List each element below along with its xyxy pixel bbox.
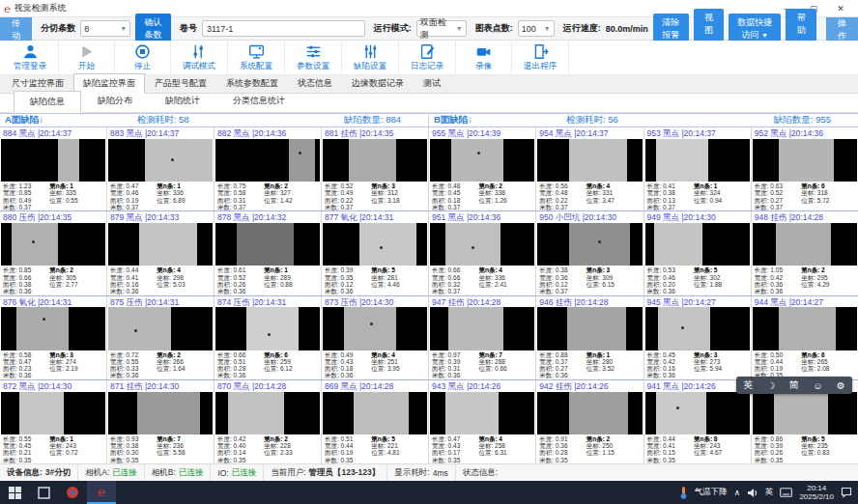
ime-settings-gear-icon[interactable]: ⚙ [837,380,845,391]
defect-thumbnail[interactable] [430,307,534,350]
defect-thumbnail[interactable] [1,392,105,434]
log-record-button[interactable]: 日志记录 [399,41,456,74]
ime-lang-toggle[interactable]: 英 [743,378,753,392]
tab-size-monitor[interactable]: 尺寸监控界面 [2,73,73,93]
exit-program-button[interactable]: 退出程序 [512,41,569,74]
ime-simplified-toggle[interactable]: 简 [789,378,799,392]
defect-cell[interactable]: 953 黑点 |20:14:37长度: 0.41宽度: 0.38面积: 0.13… [644,127,752,210]
defect-cell[interactable]: 877 氧化 |20:14:31长度: 0.39宽度: 0.35面积: 0.12… [322,211,428,294]
defect-thumbnail[interactable] [323,392,427,434]
taskbar-clock[interactable]: 20:142025/2/10 [799,484,834,501]
defect-cell[interactable]: 954 黑点 |20:14:37长度: 0.56宽度: 0.48面积: 0.22… [536,127,644,210]
defect-thumbnail[interactable] [1,223,105,266]
hidden-icons-chevron[interactable]: ∧ [734,488,740,497]
defect-thumbnail[interactable] [430,392,534,434]
defect-cell[interactable]: 880 压伤 |20:14:35长度: 0.85宽度: 0.66面积: 0.38… [0,211,107,294]
defect-thumbnail[interactable] [1,139,105,182]
data-quick-access-menu-button[interactable]: 数据快捷访问 ▼ [729,14,781,44]
slit-count-dropdown[interactable]: 8 ▼ [80,20,130,37]
defect-thumbnail[interactable] [323,223,427,266]
defect-thumbnail[interactable] [323,307,427,350]
confirm-count-button[interactable]: 确认条数 [135,14,171,44]
defect-thumbnail[interactable] [753,392,857,434]
defect-thumbnail[interactable] [108,223,213,266]
parameter-settings-button[interactable]: 参数设置 [285,41,342,74]
start-button[interactable] [0,481,29,504]
defect-cell[interactable]: 873 压伤 |20:14:30长度: 0.49宽度: 0.43面积: 0.18… [322,296,428,379]
defect-cell[interactable]: 942 挂伤 |20:14:26长度: 0.91宽度: 0.36面积: 0.28… [536,380,644,463]
defect-cell[interactable]: 948 挂伤 |20:14:28长度: 1.05宽度: 0.42面积: 0.36… [752,211,858,294]
defect-cell[interactable]: 870 黑点 |20:14:28长度: 0.42宽度: 0.40面积: 0.14… [214,380,322,463]
close-button[interactable]: ✕ [827,0,854,16]
defect-cell[interactable]: 881 挂伤 |20:14:35长度: 0.52宽度: 0.49面积: 0.22… [322,127,428,210]
ime-language-bar[interactable]: 英 ☽ 简 ☺ ⚙ [736,377,852,394]
start-button[interactable]: 开始 [59,41,115,74]
panel-b-title[interactable]: B面缺陷↓ [429,114,566,126]
defect-thumbnail[interactable] [108,307,213,350]
defect-thumbnail[interactable] [537,307,642,350]
taskbar-app-browser[interactable] [58,481,87,504]
defect-thumbnail[interactable] [1,307,105,350]
defect-cell[interactable]: 951 黑点 |20:14:36长度: 0.66宽度: 0.66面积: 0.32… [429,211,536,294]
defect-cell[interactable]: 949 黑点 |20:14:30长度: 0.53宽度: 0.46面积: 0.20… [644,211,752,294]
defect-thumbnail[interactable] [430,223,534,266]
defect-thumbnail[interactable] [108,139,213,182]
clear-alarm-button[interactable]: 清除报警 [653,14,689,44]
defect-thumbnail[interactable] [537,223,642,266]
thermometer-icon[interactable] [679,486,688,499]
defect-cell[interactable]: 875 压伤 |20:14:31长度: 0.72宽度: 0.55面积: 0.33… [107,296,214,379]
defect-cell[interactable]: 946 挂伤 |20:14:28长度: 0.88宽度: 0.37面积: 0.27… [536,296,644,379]
defect-thumbnail[interactable] [215,392,320,434]
weather-text[interactable]: 气温下降 [695,487,728,498]
defect-cell[interactable]: 883 黑点 |20:14:37长度: 0.47宽度: 0.46面积: 0.19… [107,127,214,210]
defect-cell[interactable]: 879 黑点 |20:14:33长度: 0.44宽度: 0.41面积: 0.16… [107,211,214,294]
defect-cell[interactable]: 869 黑点 |20:14:28长度: 0.51宽度: 0.44面积: 0.19… [322,380,428,463]
defect-thumbnail[interactable] [215,223,320,266]
defect-cell[interactable]: 955 黑点 |20:14:39长度: 0.48宽度: 0.45面积: 0.18… [429,127,536,210]
tab-test[interactable]: 测试 [414,73,450,93]
defect-cell[interactable]: 952 黑点 |20:14:36长度: 0.63宽度: 0.52面积: 0.27… [752,127,858,210]
input-language-indicator[interactable]: 英 [765,487,774,498]
subtab-defect-distribution[interactable]: 缺陷分布 [81,90,149,112]
debug-mode-button[interactable]: 调试模式 [171,41,228,74]
defect-thumbnail[interactable] [753,139,857,182]
task-view-button[interactable] [29,481,58,504]
panel-a-title[interactable]: A面缺陷↓ [0,114,137,126]
defect-thumbnail[interactable] [323,139,427,182]
defect-settings-button[interactable]: 缺陷设置 [342,41,399,74]
defect-cell[interactable]: 874 压伤 |20:14:31长度: 0.66宽度: 0.51面积: 0.28… [214,296,322,379]
defect-thumbnail[interactable] [537,392,642,434]
defect-thumbnail[interactable] [215,139,320,182]
defect-cell[interactable]: 944 黑点 |20:14:27长度: 0.50宽度: 0.44面积: 0.19… [752,296,858,379]
defect-thumbnail[interactable] [108,392,213,434]
roll-number-input[interactable] [202,20,365,37]
defect-cell[interactable]: 950 小凹坑 |20:14:30长度: 0.38宽度: 0.36面积: 0.1… [536,211,644,294]
defect-cell[interactable]: 876 氧化 |20:14:31长度: 0.58宽度: 0.47面积: 0.23… [0,296,107,379]
drive-side-button[interactable]: 传动侧 [0,17,32,41]
defect-cell[interactable]: 943 黑点 |20:14:26长度: 0.47宽度: 0.43面积: 0.17… [429,380,536,463]
defect-cell[interactable]: 945 黑点 |20:14:27长度: 0.45宽度: 0.42面积: 0.16… [644,296,752,379]
defect-cell[interactable]: 884 黑点 |20:14:37长度: 1.23宽度: 0.85面积: 0.49… [0,127,107,210]
defect-cell[interactable]: 882 黑点 |20:14:36长度: 0.75宽度: 0.58面积: 0.31… [214,127,322,210]
ime-moon-icon[interactable]: ☽ [767,380,776,391]
defect-thumbnail[interactable] [645,139,750,182]
chart-points-dropdown[interactable]: 100 ▼ [518,20,555,37]
run-mode-dropdown[interactable]: 双面检测 ▼ [416,20,467,37]
ime-emoji-icon[interactable]: ☺ [813,380,822,391]
touch-keyboard-icon[interactable] [780,488,792,497]
defect-cell[interactable]: 947 挂伤 |20:14:28长度: 0.97宽度: 0.39面积: 0.31… [429,296,536,379]
recording-button[interactable]: 录像 [456,41,512,74]
defect-thumbnail[interactable] [753,223,857,266]
defect-cell[interactable]: 941 黑点 |20:14:26长度: 0.44宽度: 0.41面积: 0.15… [644,380,752,463]
volume-icon[interactable] [747,488,758,498]
notification-center-icon[interactable] [841,487,852,498]
defect-thumbnail[interactable] [645,392,750,434]
defect-thumbnail[interactable] [645,223,750,266]
defect-cell[interactable]: 878 黑点 |20:14:32长度: 0.61宽度: 0.52面积: 0.26… [214,211,322,294]
defect-cell[interactable]: 871 挂伤 |20:14:30长度: 0.93宽度: 0.38面积: 0.30… [107,380,214,463]
tab-edge-data-record[interactable]: 边缘数据记录 [342,73,414,93]
subtab-class-info-statistics[interactable]: 分类信息统计 [216,90,301,112]
stop-button[interactable]: 停止 [115,41,171,74]
subtab-defect-info[interactable]: 缺陷信息 [14,91,81,113]
defect-thumbnail[interactable] [753,307,857,350]
